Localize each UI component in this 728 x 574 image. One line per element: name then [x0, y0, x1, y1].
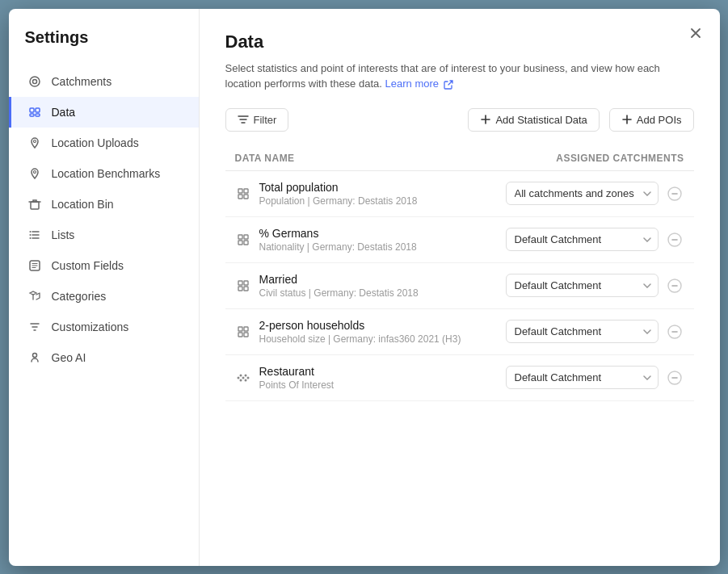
- svg-point-38: [242, 376, 244, 379]
- add-statistical-data-label: Add Statistical Data: [495, 114, 587, 126]
- customizations-icon: [27, 320, 42, 334]
- svg-rect-19: [238, 235, 242, 239]
- categories-icon: [27, 289, 42, 304]
- sidebar-item-custom-fields[interactable]: Custom Fields: [9, 250, 199, 281]
- table-row: Total population Population | Germany: D…: [225, 170, 694, 216]
- catchment-select-pct-germans[interactable]: All catchments and zonesDefault Catchmen…: [506, 228, 659, 251]
- location-uploads-icon: [27, 136, 42, 150]
- col-data-name: Data Name: [225, 146, 485, 171]
- svg-point-35: [244, 374, 246, 376]
- filter-label: Filter: [254, 114, 277, 126]
- svg-rect-17: [244, 195, 248, 199]
- catchment-cell-total-population: All catchments and zonesDefault Catchmen…: [485, 170, 694, 216]
- row-title-pct-germans: % Germans: [259, 227, 417, 240]
- sidebar-label-categories: Categories: [52, 290, 107, 303]
- filter-button[interactable]: Filter: [225, 108, 289, 132]
- svg-rect-31: [238, 333, 242, 337]
- remove-button-pct-germans[interactable]: [665, 230, 684, 249]
- row-icon-restaurant: [235, 370, 251, 386]
- svg-point-13: [32, 353, 36, 357]
- col-assigned-catchments: Assigned Catchments: [485, 146, 694, 171]
- location-benchmarks-icon: [27, 166, 42, 181]
- row-subtitle-pct-germans: Nationality | Germany: Destatis 2018: [259, 241, 417, 253]
- svg-rect-22: [244, 241, 248, 245]
- sidebar-label-location-uploads: Location Uploads: [52, 136, 139, 149]
- table-row: Restaurant Points Of Interest All catchm…: [225, 354, 694, 400]
- page-title: Data: [225, 31, 694, 52]
- sidebar-item-categories[interactable]: Categories: [9, 281, 199, 312]
- data-name-cell: Married Civil status | Germany: Destatis…: [225, 262, 485, 308]
- svg-rect-5: [36, 114, 40, 116]
- data-name-cell: Restaurant Points Of Interest: [225, 354, 485, 400]
- sidebar-item-lists[interactable]: Lists: [9, 220, 199, 250]
- data-name-cell: 2-person households Household size | Ger…: [225, 308, 485, 354]
- data-name-cell: % Germans Nationality | Germany: Destati…: [225, 216, 485, 262]
- svg-point-6: [33, 140, 36, 142]
- remove-button-2-person-households[interactable]: [665, 322, 684, 341]
- lists-icon: [27, 228, 42, 242]
- sidebar: Settings Catchments Data Location Upload…: [9, 9, 200, 566]
- svg-point-37: [244, 379, 246, 381]
- data-table: Data Name Assigned Catchments Total popu…: [225, 146, 694, 401]
- row-icon-2-person-households: [235, 324, 251, 340]
- svg-rect-15: [244, 189, 248, 193]
- learn-more-link[interactable]: Learn more: [385, 78, 453, 90]
- svg-point-40: [246, 376, 249, 379]
- catchment-cell-2-person-households: All catchments and zonesDefault Catchmen…: [485, 308, 694, 354]
- svg-rect-32: [244, 333, 248, 337]
- remove-button-married[interactable]: [665, 276, 684, 295]
- toolbar: Filter Add Statistical Data Add POIs: [225, 108, 694, 132]
- sidebar-item-location-uploads[interactable]: Location Uploads: [9, 128, 199, 158]
- main-content: Data Select statistics and point of inte…: [200, 9, 720, 566]
- sidebar-label-location-benchmarks: Location Benchmarks: [52, 167, 161, 180]
- svg-rect-4: [30, 114, 34, 116]
- row-icon-pct-germans: [235, 232, 251, 248]
- catchment-select-married[interactable]: All catchments and zonesDefault Catchmen…: [506, 274, 659, 297]
- remove-button-restaurant[interactable]: [665, 368, 684, 388]
- geo-ai-icon: [27, 350, 42, 365]
- catchment-select-total-population[interactable]: All catchments and zonesDefault Catchmen…: [506, 182, 659, 205]
- page-description: Select statistics and point of interests…: [225, 61, 694, 92]
- row-title-married: Married: [259, 273, 419, 286]
- svg-rect-29: [238, 327, 242, 331]
- svg-point-11: [29, 237, 31, 239]
- svg-point-0: [30, 77, 40, 86]
- svg-rect-8: [31, 202, 39, 209]
- table-row: Married Civil status | Germany: Destatis…: [225, 262, 694, 308]
- svg-rect-16: [238, 195, 242, 199]
- catchment-select-restaurant[interactable]: All catchments and zonesDefault Catchmen…: [506, 366, 659, 389]
- row-title-total-population: Total population: [259, 181, 418, 194]
- sidebar-item-location-bin[interactable]: Location Bin: [9, 189, 199, 220]
- row-subtitle-married: Civil status | Germany: Destatis 2018: [259, 287, 419, 299]
- catchment-select-2-person-households[interactable]: All catchments and zonesDefault Catchmen…: [506, 320, 659, 343]
- sidebar-item-customizations[interactable]: Customizations: [9, 312, 199, 342]
- add-statistical-data-button[interactable]: Add Statistical Data: [468, 108, 599, 132]
- sidebar-label-custom-fields: Custom Fields: [52, 259, 124, 272]
- row-icon-married: [235, 278, 251, 294]
- table-row: 2-person households Household size | Ger…: [225, 308, 694, 354]
- svg-rect-25: [244, 281, 248, 285]
- data-name-cell: Total population Population | Germany: D…: [225, 170, 485, 216]
- row-subtitle-restaurant: Points Of Interest: [259, 379, 335, 391]
- sidebar-label-location-bin: Location Bin: [52, 198, 114, 211]
- svg-point-1: [32, 79, 36, 83]
- custom-fields-icon: [27, 258, 42, 273]
- svg-point-39: [237, 376, 239, 379]
- location-bin-icon: [27, 197, 42, 212]
- catchment-cell-pct-germans: All catchments and zonesDefault Catchmen…: [485, 216, 694, 262]
- svg-point-34: [239, 374, 242, 376]
- sidebar-label-geo-ai: Geo AI: [52, 351, 86, 364]
- row-subtitle-total-population: Population | Germany: Destatis 2018: [259, 195, 418, 207]
- svg-rect-20: [244, 235, 248, 239]
- sidebar-item-data[interactable]: Data: [9, 97, 199, 128]
- remove-button-total-population[interactable]: [665, 184, 684, 203]
- sidebar-item-location-benchmarks[interactable]: Location Benchmarks: [9, 158, 199, 189]
- sidebar-item-geo-ai[interactable]: Geo AI: [9, 342, 199, 373]
- svg-rect-30: [244, 327, 248, 331]
- catchments-icon: [27, 74, 42, 89]
- row-title-2-person-households: 2-person households: [259, 319, 461, 332]
- add-pois-button[interactable]: Add POIs: [609, 108, 694, 132]
- sidebar-item-catchments[interactable]: Catchments: [9, 66, 199, 97]
- close-button[interactable]: [684, 22, 707, 44]
- add-pois-label: Add POIs: [637, 114, 682, 126]
